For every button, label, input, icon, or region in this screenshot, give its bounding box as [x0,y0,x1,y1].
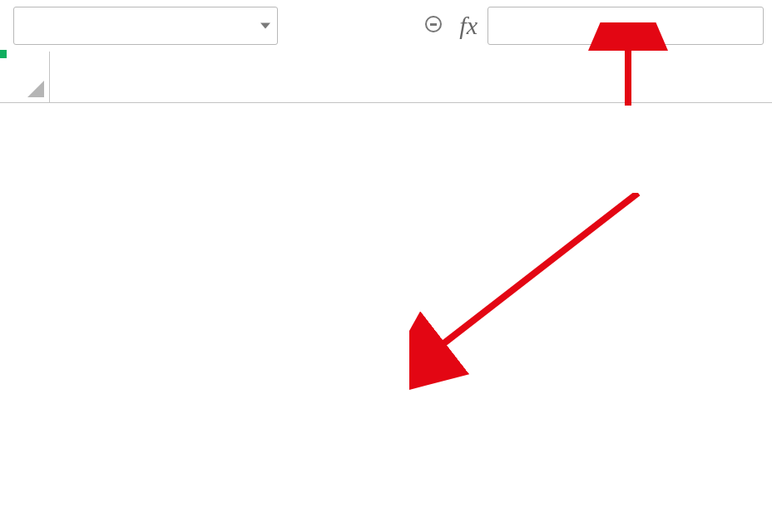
chevron-down-icon[interactable] [260,23,270,29]
spreadsheet[interactable] [0,52,772,532]
fx-icon[interactable]: fx [459,12,478,40]
formula-bar-icons: fx [423,12,478,40]
column-headers [50,52,772,103]
zoom-out-icon[interactable] [423,13,448,38]
formula-bar: fx [0,0,772,52]
name-box[interactable] [13,7,278,45]
formula-input[interactable] [487,7,764,45]
annotation-arrow-1 [409,193,659,401]
svg-line-0 [434,193,638,351]
select-all-corner[interactable] [0,52,50,103]
